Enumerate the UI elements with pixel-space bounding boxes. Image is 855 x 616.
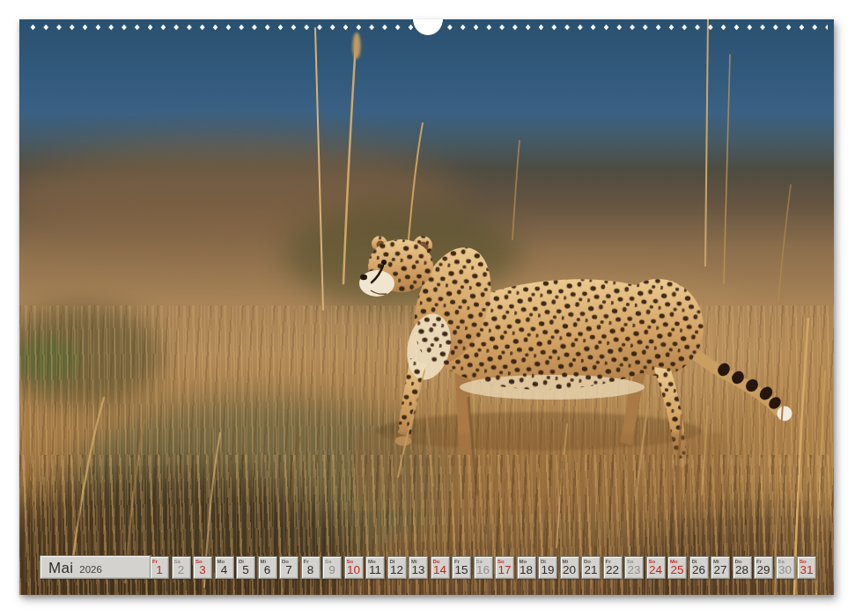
day-cell: Di 12 bbox=[387, 556, 407, 579]
day-cell: Fr 15 bbox=[452, 556, 471, 579]
day-number: 6 bbox=[259, 564, 276, 576]
day-number: 10 bbox=[345, 564, 363, 576]
day-number: 14 bbox=[431, 564, 449, 576]
day-number: 29 bbox=[755, 564, 772, 576]
day-cell: Sa 2 bbox=[172, 556, 191, 579]
day-cell: So 3 bbox=[193, 556, 212, 579]
days-row: Fr 1 Sa 2 So 3 Mo 4 Di 5 Mi 6 Do 7 Fr 8 … bbox=[150, 556, 816, 579]
day-cell: Mo 11 bbox=[365, 556, 385, 579]
day-cell: Sa 23 bbox=[624, 556, 644, 579]
day-number: 8 bbox=[302, 564, 320, 576]
day-number: 21 bbox=[582, 564, 600, 576]
day-cell: Di 5 bbox=[236, 556, 255, 579]
day-cell: So 24 bbox=[646, 556, 666, 579]
day-number: 23 bbox=[625, 564, 643, 576]
day-number: 13 bbox=[409, 564, 427, 576]
tail-white-tip bbox=[778, 407, 792, 422]
calendar-photo: Mai 2026 Fr 1 Sa 2 So 3 Mo 4 Di 5 Mi 6 D… bbox=[19, 19, 834, 595]
day-cell: Fr 8 bbox=[301, 556, 321, 579]
calendar-page: Mai 2026 Fr 1 Sa 2 So 3 Mo 4 Di 5 Mi 6 D… bbox=[0, 0, 855, 616]
day-cell: Mo 25 bbox=[667, 556, 687, 579]
day-number: 5 bbox=[237, 564, 254, 576]
day-cell: Mi 6 bbox=[258, 556, 277, 579]
day-cell: Di 19 bbox=[538, 556, 557, 579]
day-cell: So 10 bbox=[344, 556, 364, 579]
day-number: 16 bbox=[475, 564, 492, 576]
day-cell: Mi 20 bbox=[560, 556, 579, 579]
day-cell: Mi 13 bbox=[409, 556, 428, 579]
day-cell: Do 28 bbox=[733, 556, 752, 579]
day-cell: Di 26 bbox=[689, 556, 709, 579]
day-number: 20 bbox=[561, 564, 579, 576]
year-label: 2026 bbox=[79, 564, 102, 575]
cheetah-eye bbox=[381, 260, 387, 265]
day-cell: So 31 bbox=[797, 556, 816, 579]
day-number: 15 bbox=[453, 564, 470, 576]
day-number: 11 bbox=[366, 564, 384, 576]
day-cell: Do 14 bbox=[431, 556, 450, 579]
month-name: Mai bbox=[48, 560, 73, 577]
day-cell: Do 21 bbox=[581, 556, 601, 579]
day-number: 19 bbox=[539, 564, 556, 576]
day-number: 9 bbox=[323, 564, 341, 576]
day-cell: Mo 4 bbox=[215, 556, 234, 579]
month-label-box: Mai 2026 bbox=[40, 555, 151, 579]
day-number: 18 bbox=[518, 564, 535, 576]
day-cell: Sa 16 bbox=[474, 556, 493, 579]
day-number: 31 bbox=[798, 564, 815, 576]
day-number: 28 bbox=[733, 564, 751, 576]
day-cell: Mi 27 bbox=[711, 556, 730, 579]
day-cell: Fr 1 bbox=[150, 556, 169, 579]
day-number: 2 bbox=[173, 564, 190, 576]
day-number: 22 bbox=[604, 564, 622, 576]
day-cell: Do 7 bbox=[279, 556, 299, 579]
day-cell: Fr 22 bbox=[603, 556, 623, 579]
cheetah-muzzle bbox=[359, 270, 394, 297]
day-cell: Sa 9 bbox=[322, 556, 342, 579]
day-cell: Mo 18 bbox=[517, 556, 536, 579]
day-number: 30 bbox=[777, 564, 794, 576]
day-number: 1 bbox=[151, 564, 168, 576]
day-number: 24 bbox=[647, 564, 665, 576]
day-cell: Sa 30 bbox=[776, 556, 795, 579]
day-number: 25 bbox=[668, 564, 686, 576]
day-cell: So 17 bbox=[495, 556, 514, 579]
day-number: 12 bbox=[388, 564, 406, 576]
day-cell: Fr 29 bbox=[754, 556, 773, 579]
day-number: 7 bbox=[280, 564, 298, 576]
day-number: 26 bbox=[690, 564, 708, 576]
day-number: 17 bbox=[496, 564, 513, 576]
day-number: 3 bbox=[194, 564, 211, 576]
day-number: 4 bbox=[216, 564, 233, 576]
day-number: 27 bbox=[711, 564, 729, 576]
